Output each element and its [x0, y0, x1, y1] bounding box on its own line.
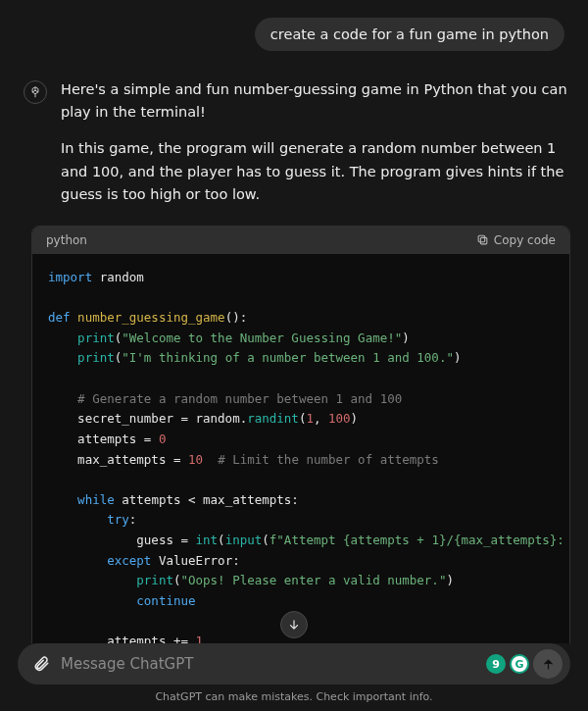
copy-code-label: Copy code	[494, 233, 556, 247]
send-button[interactable]	[533, 649, 563, 679]
code-block: python Copy code import random def numbe…	[31, 226, 570, 643]
assistant-text-2: In this game, the program will generate …	[61, 137, 570, 206]
svg-rect-1	[478, 236, 485, 243]
attach-button[interactable]	[29, 652, 53, 676]
arrow-down-icon	[287, 618, 301, 632]
plugin-badge-1[interactable]: 9	[486, 654, 506, 674]
assistant-message-row: Here's a simple and fun number-guessing …	[0, 73, 588, 226]
arrow-up-icon	[541, 657, 556, 672]
svg-rect-0	[480, 238, 487, 245]
messages: create a code for a fun game in python H…	[0, 0, 588, 643]
disclaimer: ChatGPT can make mistakes. Check importa…	[18, 685, 570, 709]
code-header: python Copy code	[32, 227, 569, 254]
copy-code-button[interactable]: Copy code	[476, 233, 556, 247]
assistant-text-1: Here's a simple and fun number-guessing …	[61, 78, 570, 124]
assistant-avatar	[24, 80, 47, 104]
plugin-badge-2[interactable]: G	[510, 654, 529, 674]
scroll-down-button[interactable]	[280, 611, 308, 638]
user-message-row: create a code for a fun game in python	[0, 12, 588, 57]
paperclip-icon	[32, 655, 50, 673]
copy-icon	[476, 233, 489, 246]
assistant-body: Here's a simple and fun number-guessing …	[61, 78, 570, 220]
composer: 9 G	[18, 643, 570, 685]
message-input[interactable]	[61, 655, 478, 673]
composer-wrap: 9 G ChatGPT can make mistakes. Check imp…	[0, 643, 588, 711]
code-lang-label: python	[46, 233, 87, 247]
composer-right-icons: 9 G	[486, 649, 563, 679]
openai-icon	[28, 85, 42, 99]
code-body[interactable]: import random def number_guessing_game()…	[32, 254, 569, 643]
user-message-bubble: create a code for a fun game in python	[255, 18, 564, 51]
